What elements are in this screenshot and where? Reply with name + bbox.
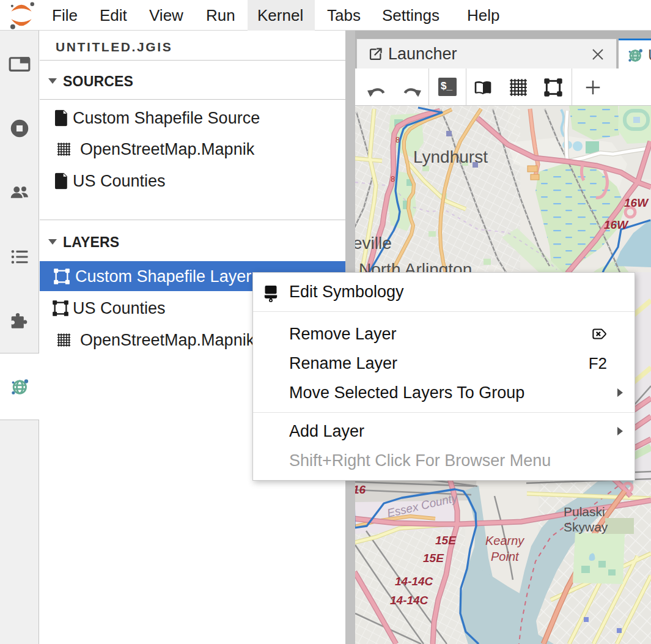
svg-text:Point: Point <box>491 550 520 563</box>
svg-text:Pulaski: Pulaski <box>564 505 605 519</box>
svg-text:8: 8 <box>391 174 395 183</box>
svg-text:14-14C: 14-14C <box>390 594 428 607</box>
svg-text:14-14C: 14-14C <box>395 575 433 588</box>
svg-text:15E: 15E <box>435 534 457 547</box>
svg-text:eville: eville <box>355 234 392 253</box>
svg-text:16W: 16W <box>604 218 629 231</box>
svg-text:8: 8 <box>395 135 400 144</box>
svg-text:Kearny: Kearny <box>485 534 524 547</box>
svg-text:16: 16 <box>355 483 366 496</box>
svg-text:Skyway: Skyway <box>564 520 608 534</box>
svg-text:15E: 15E <box>423 552 444 564</box>
svg-text:16W: 16W <box>624 196 649 209</box>
